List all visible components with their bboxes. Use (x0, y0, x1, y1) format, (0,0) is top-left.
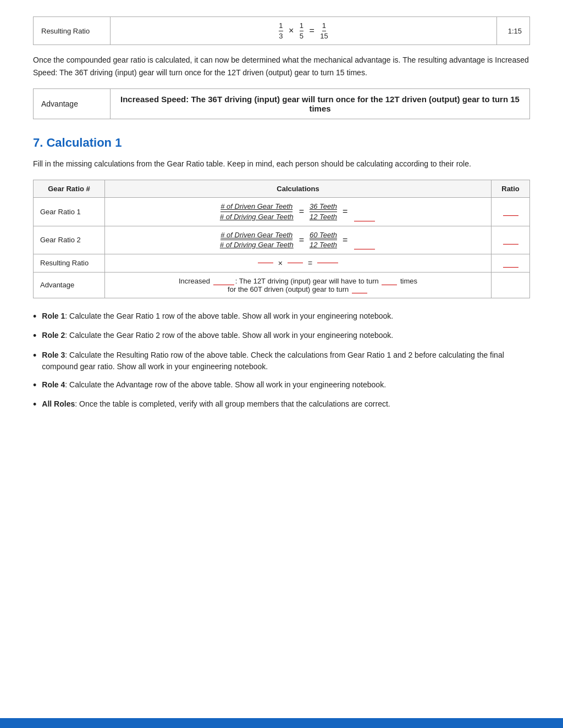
res-blank-3 (317, 263, 338, 263)
list-item: Role 3: Calculate the Resulting Ratio ro… (33, 349, 530, 373)
gear-ratio-table: Gear Ratio # Calculations Ratio Gear Rat… (33, 180, 530, 298)
gear-ratio-1-label: Gear Ratio 1 (34, 198, 105, 226)
res-equals: = (308, 259, 312, 268)
col-header-ratio: Ratio (492, 180, 530, 198)
gear-ratio-2-ratio (492, 226, 530, 254)
bottom-bar (0, 718, 563, 728)
top-ratio-label: Resulting Ratio (34, 17, 111, 45)
adv-blank-3 (352, 293, 367, 293)
res-blank-1 (258, 263, 273, 263)
advantage-row-content: Increased : The 12T driving (input) gear… (105, 272, 492, 298)
section-description: Fill in the missing calculations from th… (33, 158, 530, 170)
role-1-text: : Calculate the Gear Ratio 1 row of the … (65, 312, 393, 320)
gear-ratio-1-formula: # of Driven Gear Teeth # of Driving Gear… (105, 198, 492, 226)
list-item: All Roles: Once the table is completed, … (33, 398, 530, 411)
fraction-1-3: 1 3 (279, 21, 283, 40)
list-item: Role 4: Calculate the Advantage row of t… (33, 379, 530, 392)
all-roles-bold: All Roles (42, 399, 75, 408)
table-row: Advantage Increased : The 12T driving (i… (34, 272, 530, 298)
gear-ratio-2-formula: # of Driven Gear Teeth # of Driving Gear… (105, 226, 492, 254)
adv-blank-2 (382, 285, 397, 285)
multiply-operator: × (289, 26, 294, 36)
fraction-1-15: 1 15 (320, 21, 328, 40)
gr2-fraction-label: # of Driven Gear Teeth # of Driving Gear… (220, 231, 294, 249)
all-roles-text: : Once the table is completed, verify wi… (75, 399, 390, 408)
resulting-ratio-value (492, 254, 530, 272)
advantage-label: Advantage (34, 88, 111, 119)
role-1-bold: Role 1 (42, 312, 65, 320)
resulting-formula-container: × = (112, 259, 484, 268)
col-header-calculations: Calculations (105, 180, 492, 198)
fraction-1-5: 1 5 (300, 21, 303, 40)
gr1-blank (354, 221, 375, 221)
res-ratio-blank (503, 267, 518, 268)
table-row: Resulting Ratio × = (34, 254, 530, 272)
gr1-ratio-blank (503, 215, 518, 216)
list-item: Role 1: Calculate the Gear Ratio 1 row o… (33, 310, 530, 323)
top-ratio-table: Resulting Ratio 1 3 × 1 5 = 1 15 1:15 (33, 16, 530, 45)
gr1-fraction-label: # of Driven Gear Teeth # of Driving Gear… (220, 202, 294, 221)
bullet-list: Role 1: Calculate the Gear Ratio 1 row o… (33, 310, 530, 412)
resulting-ratio-formula: × = (105, 254, 492, 272)
gr1-fraction-values: 36 Teeth 12 Teeth (310, 202, 337, 221)
res-blank-2 (288, 263, 303, 263)
adv-blank-1 (213, 285, 234, 285)
top-ratio-value: 1:15 (497, 17, 530, 45)
gr2-ratio-blank (503, 244, 518, 244)
table-row: Gear Ratio 1 # of Driven Gear Teeth # of… (34, 198, 530, 226)
role-4-bold: Role 4 (42, 380, 65, 389)
role-2-text: : Calculate the Gear Ratio 2 row of the … (65, 331, 393, 340)
role-4-text: : Calculate the Advantage row of the abo… (65, 380, 386, 389)
role-3-bold: Role 3 (42, 351, 65, 359)
description-text: Once the compounded gear ratio is calcul… (33, 54, 530, 79)
res-times: × (278, 259, 283, 268)
advantage-value: Increased Speed: The 36T driving (input)… (111, 88, 530, 119)
advantage-table: Advantage Increased Speed: The 36T drivi… (33, 88, 530, 119)
section-heading: 7. Calculation 1 (33, 136, 530, 150)
role-2-bold: Role 2 (42, 331, 65, 340)
gr2-fraction-values: 60 Teeth 12 Teeth (310, 231, 337, 249)
advantage-row-label: Advantage (34, 272, 105, 298)
advantage-row-ratio (492, 272, 530, 298)
col-header-gear-ratio: Gear Ratio # (34, 180, 105, 198)
gear-ratio-2-label: Gear Ratio 2 (34, 226, 105, 254)
top-ratio-formula: 1 3 × 1 5 = 1 15 (111, 17, 497, 45)
role-3-text: : Calculate the Resulting Ratio row of t… (42, 351, 504, 371)
list-item: Role 2: Calculate the Gear Ratio 2 row o… (33, 330, 530, 342)
equals-operator: = (309, 26, 314, 36)
gr2-blank (354, 249, 375, 249)
gear-ratio-1-ratio (492, 198, 530, 226)
resulting-ratio-label: Resulting Ratio (34, 254, 105, 272)
table-row: Gear Ratio 2 # of Driven Gear Teeth # of… (34, 226, 530, 254)
